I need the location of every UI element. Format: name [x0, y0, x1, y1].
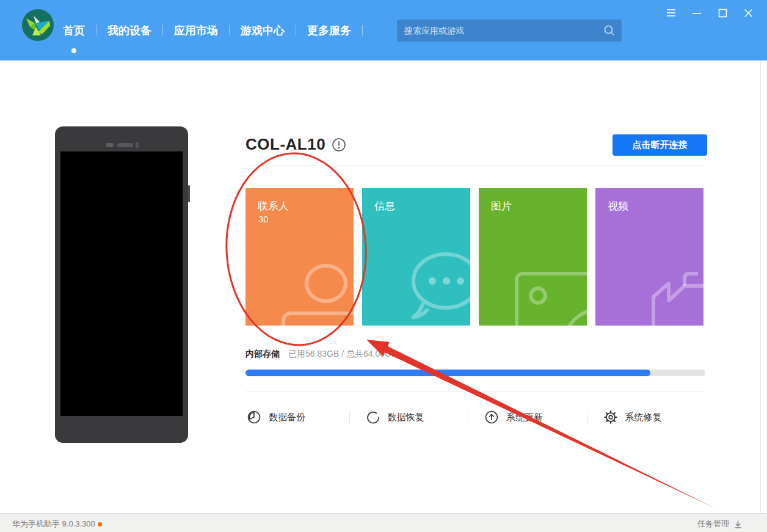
- action-label: 数据恢复: [388, 412, 424, 423]
- search-box[interactable]: [397, 20, 622, 42]
- connected-phone-illustration: [55, 126, 188, 443]
- phone-speaker-slot: [117, 143, 133, 147]
- phone-sensor-dot: [136, 142, 139, 148]
- storage-row: 内部存储 已用56.83GB / 总共64.00GB: [245, 349, 397, 360]
- download-tasks-icon: [733, 520, 743, 529]
- active-tab-dot: [71, 48, 76, 53]
- menu-icon[interactable]: [666, 7, 677, 18]
- main-nav: 首页 我的设备 应用市场 游戏中心 更多服务: [63, 0, 363, 60]
- app-name-version: 华为手机助手 9.0.3.300: [12, 519, 95, 530]
- app-version-area: 华为手机助手 9.0.3.300: [12, 519, 102, 530]
- backup-clock-icon: [247, 410, 261, 425]
- main-content: COL-AL10 点击断开连接 联系人 30 信息: [0, 60, 767, 513]
- window-edge-line: [760, 60, 761, 513]
- storage-usage-text: 已用56.83GB / 总共64.00GB: [288, 349, 397, 360]
- task-manager-button[interactable]: 任务管理: [697, 519, 743, 530]
- nav-game-center[interactable]: 游戏中心: [230, 23, 296, 38]
- phone-screen: [60, 151, 183, 416]
- nav-app-market[interactable]: 应用市场: [163, 23, 229, 38]
- action-label: 数据备份: [269, 412, 305, 423]
- section-divider: [245, 391, 705, 392]
- close-icon[interactable]: [743, 7, 754, 18]
- section-divider: [245, 166, 705, 166]
- nav-more-services[interactable]: 更多服务: [296, 23, 362, 38]
- minimize-icon[interactable]: [691, 7, 702, 18]
- action-separator: [349, 410, 350, 424]
- tile-videos[interactable]: 视频: [595, 188, 703, 326]
- storage-label: 内部存储: [245, 349, 280, 360]
- app-header: 首页 我的设备 应用市场 游戏中心 更多服务: [0, 0, 767, 60]
- videos-camera-icon: [595, 188, 703, 326]
- info-exclamation-icon[interactable]: [332, 137, 346, 152]
- phone-side-button: [188, 185, 190, 202]
- action-row: 数据备份 数据恢复 系统更新: [245, 410, 705, 425]
- pictures-photo-icon: [479, 188, 587, 326]
- device-name: COL-AL10: [245, 135, 325, 154]
- status-bar: 华为手机助手 9.0.3.300 任务管理: [0, 513, 767, 532]
- action-label: 系统修复: [625, 412, 662, 423]
- storage-progress-fill: [245, 370, 650, 376]
- update-notice-dot: [98, 522, 102, 527]
- tile-pictures[interactable]: 图片: [479, 188, 587, 326]
- action-system-update[interactable]: 系统更新: [483, 410, 587, 425]
- nav-home-label: 首页: [63, 24, 85, 37]
- task-manager-label: 任务管理: [697, 519, 729, 530]
- action-data-restore[interactable]: 数据恢复: [365, 410, 468, 425]
- update-up-arrow-icon: [484, 410, 499, 425]
- nav-separator: [362, 25, 363, 35]
- repair-gear-icon: [603, 410, 618, 425]
- window-controls: [666, 7, 754, 18]
- search-input[interactable]: [397, 26, 603, 35]
- nav-my-devices[interactable]: 我的设备: [96, 23, 162, 38]
- restore-circular-arrow-icon: [366, 410, 380, 425]
- tile-messages[interactable]: 信息: [362, 188, 470, 326]
- action-separator: [468, 410, 468, 424]
- phone-camera-dot: [106, 143, 114, 147]
- action-data-backup[interactable]: 数据备份: [245, 410, 349, 425]
- action-separator: [587, 410, 587, 424]
- category-tiles: 联系人 30 信息: [245, 188, 703, 326]
- action-label: 系统更新: [506, 412, 543, 423]
- disconnect-button[interactable]: 点击断开连接: [613, 134, 707, 156]
- hisuite-logo-icon[interactable]: [21, 9, 54, 42]
- contacts-person-icon: [245, 188, 354, 326]
- search-icon[interactable]: [603, 24, 616, 37]
- action-system-repair[interactable]: 系统修复: [602, 410, 706, 425]
- storage-progress-track: [245, 370, 705, 376]
- device-title-row: COL-AL10: [245, 135, 346, 154]
- messages-chat-icon: [362, 188, 470, 326]
- tile-contacts[interactable]: 联系人 30: [245, 188, 354, 326]
- nav-home[interactable]: 首页: [63, 23, 96, 38]
- maximize-icon[interactable]: [717, 7, 728, 18]
